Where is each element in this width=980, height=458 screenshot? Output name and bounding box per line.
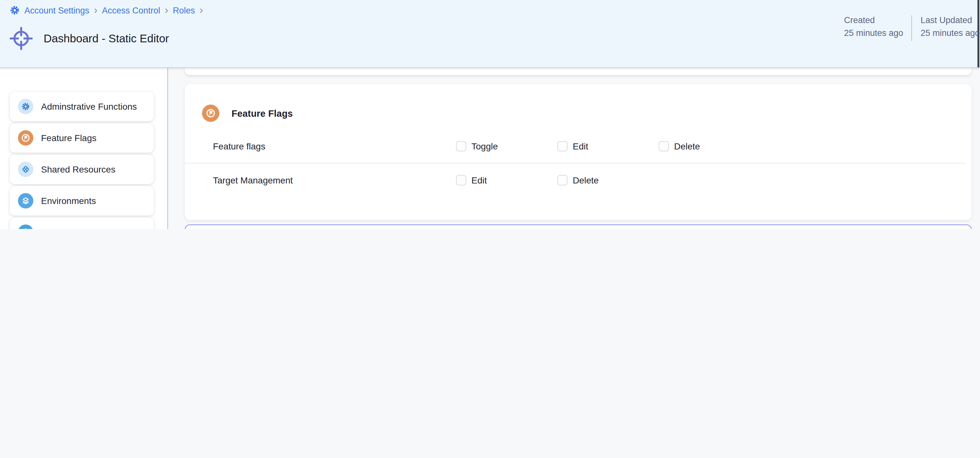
breadcrumb-link-account-settings[interactable]: Account Settings <box>24 5 89 15</box>
section-card-shared-resources[interactable]: Shared Resources Dashboards ViewManage D… <box>185 224 972 229</box>
section-header: Shared Resources <box>185 225 971 229</box>
permission-toggle: Toggle <box>456 141 557 151</box>
last-updated-label: Last Updated <box>921 14 980 27</box>
permission-label: Delete <box>674 141 700 151</box>
permission-edit: Edit <box>557 141 659 151</box>
sidebar-item-feature-flags[interactable]: Feature Flags <box>10 123 154 153</box>
section-card-feature-flags[interactable]: Feature Flags Feature flags ToggleEditDe… <box>185 84 972 220</box>
sidebar-item-label: Feature Flags <box>41 133 97 143</box>
permission-edit: Edit <box>456 175 557 185</box>
breadcrumb-link-access-control[interactable]: Access Control <box>102 5 160 15</box>
permission-label: Delete <box>573 175 599 185</box>
resource-category-sidebar: Adminstrative Functions Feature Flags Sh… <box>0 67 168 229</box>
sidebar-item-label: Adminstrative Functions <box>41 101 137 111</box>
sidebar-item-label: Environments <box>41 196 96 206</box>
section-header: Feature Flags <box>185 84 972 130</box>
permission-delete: Delete <box>659 141 760 151</box>
checkbox-delete[interactable] <box>659 141 669 151</box>
created-label: Created <box>844 14 904 27</box>
settings-gear-icon[interactable] <box>10 5 20 15</box>
chevron-right-icon: › <box>165 5 169 14</box>
chevron-right-icon: › <box>199 5 203 14</box>
role-meta: Created 25 minutes ago Last Updated 25 m… <box>844 14 980 41</box>
previous-section-card <box>185 67 972 75</box>
permission-delete: Delete <box>557 175 659 185</box>
last-updated-value: 25 minutes ago <box>921 27 980 40</box>
checkbox-toggle[interactable] <box>456 141 466 151</box>
sidebar-item-label: Services <box>41 227 75 229</box>
gear-icon <box>18 99 33 114</box>
created-value: 25 minutes ago <box>844 27 904 40</box>
breadcrumb-link-roles[interactable]: Roles <box>173 5 195 15</box>
layers-icon <box>18 193 33 208</box>
resource-label: Feature flags <box>213 141 456 151</box>
checkbox-delete[interactable] <box>557 175 568 185</box>
permission-label: Edit <box>471 175 487 185</box>
flag-circle-icon <box>18 130 33 146</box>
crosshair-icon <box>8 25 34 51</box>
section-title: Feature Flags <box>232 108 293 118</box>
hexagon-circle-icon <box>18 224 33 229</box>
chevron-right-icon: › <box>94 5 97 14</box>
page-title: Dashboard - Static Editor <box>44 32 169 46</box>
resource-row: Feature flags ToggleEditDelete <box>185 130 965 163</box>
permission-label: Edit <box>573 141 588 151</box>
flag-circle-icon <box>202 105 220 122</box>
role-permissions-page: Account Settings › Access Control › Role… <box>0 0 980 229</box>
checkbox-edit[interactable] <box>557 141 568 151</box>
resource-label: Target Management <box>213 175 456 185</box>
meta-divider <box>912 15 912 41</box>
sidebar-item-label: Shared Resources <box>41 164 115 175</box>
permission-label: Toggle <box>471 141 498 151</box>
diamond-dots-icon <box>18 162 33 177</box>
checkbox-edit[interactable] <box>456 175 466 185</box>
page-header: Account Settings › Access Control › Role… <box>0 0 980 68</box>
window-edge <box>977 0 979 67</box>
sidebar-item-environments[interactable]: Environments <box>10 186 154 216</box>
resource-row: Target Management EditDelete <box>185 163 965 196</box>
sidebar-item-adminstrative-functions[interactable]: Adminstrative Functions <box>10 92 154 121</box>
breadcrumb: Account Settings › Access Control › Role… <box>10 5 203 15</box>
sidebar-item-services[interactable]: Services <box>10 218 154 229</box>
sidebar-item-shared-resources[interactable]: Shared Resources <box>10 154 154 184</box>
